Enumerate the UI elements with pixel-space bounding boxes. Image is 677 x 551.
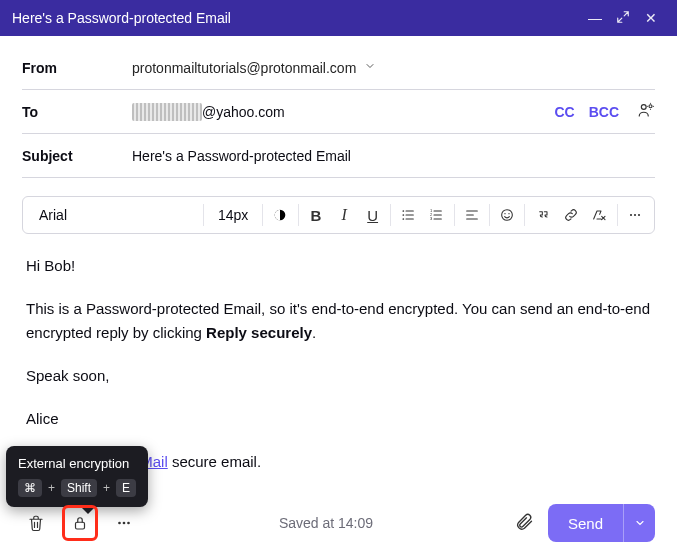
format-toolbar: Arial 14px B I U 123: [22, 196, 655, 234]
body-greeting: Hi Bob!: [26, 254, 651, 277]
more-format-icon[interactable]: [622, 201, 648, 229]
titlebar: Here's a Password-protected Email — ✕: [0, 0, 677, 36]
svg-point-16: [118, 522, 121, 525]
align-icon[interactable]: [459, 201, 485, 229]
save-status: Saved at 14:09: [138, 515, 514, 531]
font-size-select[interactable]: 14px: [208, 207, 258, 223]
svg-point-5: [402, 218, 404, 220]
svg-point-1: [649, 105, 652, 108]
emoji-icon[interactable]: [494, 201, 520, 229]
recipient-domain: @yahoo.com: [202, 104, 285, 120]
svg-text:3: 3: [430, 216, 433, 221]
to-row[interactable]: To @yahoo.com CC BCC: [22, 90, 655, 134]
svg-point-9: [502, 210, 513, 221]
from-email: protonmailtutorials@protonmail.com: [132, 60, 356, 76]
delete-button[interactable]: [22, 509, 50, 537]
bold-icon[interactable]: B: [303, 201, 329, 229]
font-family-select[interactable]: Arial: [29, 207, 199, 223]
minimize-button[interactable]: —: [581, 10, 609, 26]
email-body[interactable]: Hi Bob! This is a Password-protected Ema…: [22, 234, 655, 474]
send-group: Send: [548, 504, 655, 542]
window-title: Here's a Password-protected Email: [12, 10, 581, 26]
svg-point-11: [508, 213, 509, 214]
from-label: From: [22, 60, 132, 76]
send-options-button[interactable]: [623, 504, 655, 542]
encryption-button-highlight: [62, 505, 98, 541]
recipient-chip[interactable]: @yahoo.com: [132, 103, 285, 121]
from-row: From protonmailtutorials@protonmail.com: [22, 46, 655, 90]
bottom-bar: Saved at 14:09 Send: [0, 495, 677, 551]
contacts-icon[interactable]: [637, 101, 655, 122]
link-icon[interactable]: [558, 201, 584, 229]
collapse-button[interactable]: [609, 10, 637, 27]
svg-point-0: [641, 105, 646, 110]
subject-input[interactable]: Here's a Password-protected Email: [132, 148, 351, 164]
from-dropdown[interactable]: [364, 60, 376, 75]
svg-rect-15: [76, 522, 85, 529]
svg-point-12: [630, 214, 632, 216]
subject-label: Subject: [22, 148, 132, 164]
bcc-button[interactable]: BCC: [589, 104, 619, 120]
body-para1: This is a Password-protected Email, so i…: [26, 297, 651, 344]
svg-point-10: [504, 213, 505, 214]
clear-format-icon[interactable]: [586, 201, 612, 229]
svg-point-3: [402, 210, 404, 212]
color-icon[interactable]: [267, 201, 293, 229]
unordered-list-icon[interactable]: [395, 201, 421, 229]
underline-icon[interactable]: U: [359, 201, 385, 229]
body-closing: Speak soon,: [26, 364, 651, 387]
encryption-button[interactable]: [69, 512, 91, 534]
svg-point-17: [123, 522, 126, 525]
redacted-local: [132, 103, 202, 121]
svg-point-14: [638, 214, 640, 216]
cc-button[interactable]: CC: [554, 104, 574, 120]
ordered-list-icon[interactable]: 123: [423, 201, 449, 229]
tooltip-title: External encryption: [18, 456, 136, 471]
quote-icon[interactable]: [529, 201, 555, 229]
subject-row[interactable]: Subject Here's a Password-protected Emai…: [22, 134, 655, 178]
to-label: To: [22, 104, 132, 120]
attach-button[interactable]: [514, 512, 534, 535]
send-button[interactable]: Send: [548, 504, 623, 542]
italic-icon[interactable]: I: [331, 201, 357, 229]
close-button[interactable]: ✕: [637, 10, 665, 26]
more-options-button[interactable]: [110, 509, 138, 537]
svg-point-4: [402, 214, 404, 216]
svg-point-13: [634, 214, 636, 216]
svg-point-18: [127, 522, 130, 525]
body-signature: Alice: [26, 407, 651, 430]
